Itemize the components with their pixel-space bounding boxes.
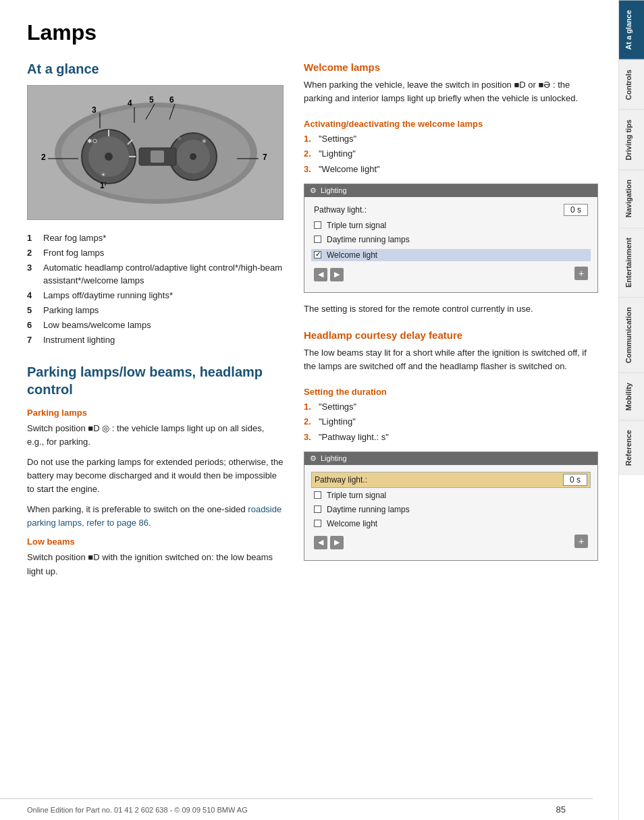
sidebar-tab-driving-tips[interactable]: Driving tips xyxy=(619,109,645,170)
page-number: 85 xyxy=(556,804,566,815)
nav-right-btn-1[interactable]: ▶ xyxy=(330,268,344,281)
sidebar-tab-navigation[interactable]: Navigation xyxy=(619,169,645,227)
daytime-checkbox-2[interactable] xyxy=(314,505,321,513)
parking-lamps-text1: Switch position ■D ◎ : the vehicle lamps… xyxy=(27,422,284,449)
pathway-value-1: 0 s xyxy=(564,204,588,216)
step-item: 3. "Pathway light.: s" xyxy=(304,431,598,443)
svg-text:7: 7 xyxy=(263,153,267,162)
sidebar-tab-reference[interactable]: Reference xyxy=(619,420,645,475)
welcome-lamps-text: When parking the vehicle, leave the swit… xyxy=(304,78,598,105)
welcome-light-checkbox-2[interactable] xyxy=(314,520,321,527)
svg-text:6: 6 xyxy=(169,95,174,105)
roadside-parking-link[interactable]: roadside parking lamps, refer to page 86 xyxy=(27,504,281,528)
parking-lamps-text2: Do not use the parking lamps for extende… xyxy=(27,456,284,496)
ui-titlebar-2: ⚙ Lighting xyxy=(304,452,597,465)
headlamp-heading: Headlamp courtesy delay feature xyxy=(304,329,598,341)
daytime-label-1: Daytime running lamps xyxy=(327,235,410,244)
footer-bar: Online Edition for Part no. 01 41 2 602 … xyxy=(0,798,593,820)
sidebar-tab-at-a-glance[interactable]: At a glance xyxy=(619,0,645,59)
sidebar-tab-entertainment[interactable]: Entertainment xyxy=(619,227,645,297)
triple-turn-row-2: Triple turn signal xyxy=(314,491,588,500)
ui-screen-2: ⚙ Lighting Pathway light.: 0 s xyxy=(304,452,598,561)
daytime-checkbox-1[interactable] xyxy=(314,236,321,243)
step-item: 1. "Settings" xyxy=(304,401,598,413)
svg-text:4: 4 xyxy=(128,99,132,108)
daytime-row-2: Daytime running lamps xyxy=(314,505,588,514)
low-beams-text: Switch position ■D with the ignition swi… xyxy=(27,551,284,578)
nav-row-1: ◀ ▶ + xyxy=(314,265,588,281)
page-title: Lamps xyxy=(27,20,598,45)
svg-text:☀: ☀ xyxy=(101,171,106,178)
welcome-light-checkbox-1[interactable]: ✓ xyxy=(314,251,321,258)
stored-text: The setting is stored for the remote con… xyxy=(304,302,598,316)
triple-turn-label-2: Triple turn signal xyxy=(327,491,386,500)
lighting-icon: ⚙ xyxy=(310,186,317,195)
nav-left-btn-1[interactable]: ◀ xyxy=(314,268,327,281)
list-item: 2 Front fog lamps xyxy=(27,247,284,259)
ui-screen-1: ⚙ Lighting Pathway light.: 0 s xyxy=(304,184,598,293)
nav-left-btn-2[interactable]: ◀ xyxy=(314,536,327,549)
triple-turn-label-1: Triple turn signal xyxy=(327,221,386,230)
list-item: 1 Rear fog lamps* xyxy=(27,232,284,244)
lamp-diagram: ✱O ☀ ☼ ❄ 1 2 3 4 5 6 7 xyxy=(27,85,284,220)
pathway-light-row-2: Pathway light.: 0 s xyxy=(311,472,591,488)
parking-lamps-heading: Parking lamps xyxy=(27,408,284,418)
welcome-light-label-2: Welcome light xyxy=(327,519,377,528)
footer-text: Online Edition for Part no. 01 41 2 602 … xyxy=(27,806,248,814)
parking-section-heading: Parking lamps/low beams, headlamp contro… xyxy=(27,363,284,398)
pathway-light-row-1: Pathway light.: 0 s xyxy=(314,204,588,216)
triple-turn-checkbox-2[interactable] xyxy=(314,491,321,499)
svg-text:✱O: ✱O xyxy=(87,138,97,144)
daytime-label-2: Daytime running lamps xyxy=(327,505,410,514)
svg-text:1: 1 xyxy=(100,181,105,190)
list-item: 7 Instrument lighting xyxy=(27,334,284,346)
step-item: 1. "Settings" xyxy=(304,133,598,145)
plus-btn-1[interactable]: + xyxy=(574,267,588,280)
setting-steps: 1. "Settings" 2. "Lighting" 3. "Pathway … xyxy=(304,401,598,443)
pathway-label-1: Pathway light.: xyxy=(314,205,367,215)
welcome-light-row-2: Welcome light xyxy=(314,519,588,528)
at-a-glance-heading: At a glance xyxy=(27,61,284,77)
low-beams-heading: Low beams xyxy=(27,537,284,547)
list-item: 4 Lamps off/daytime running lights* xyxy=(27,290,284,302)
list-item: 3 Automatic headlamp control/adaptive li… xyxy=(27,262,284,286)
sidebar: At a glance Controls Driving tips Naviga… xyxy=(618,0,644,820)
svg-point-11 xyxy=(190,153,196,160)
svg-text:2: 2 xyxy=(41,153,46,162)
sidebar-tab-controls[interactable]: Controls xyxy=(619,59,645,109)
triple-turn-row-1: Triple turn signal xyxy=(314,221,588,230)
svg-text:3: 3 xyxy=(92,105,97,115)
parts-list: 1 Rear fog lamps* 2 Front fog lamps 3 Au… xyxy=(27,232,284,347)
ui-title-label-1: Lighting xyxy=(321,186,347,194)
step-item: 2. "Lighting" xyxy=(304,148,598,160)
svg-rect-13 xyxy=(151,151,164,163)
svg-text:❄: ❄ xyxy=(202,138,207,144)
lighting-icon-2: ⚙ xyxy=(310,454,317,463)
step-item: 3. "Welcome light" xyxy=(304,163,598,175)
ui-title-label-2: Lighting xyxy=(321,454,347,462)
list-item: 6 Low beams/welcome lamps xyxy=(27,319,284,331)
welcome-light-label-1: Welcome light xyxy=(327,250,377,260)
plus-btn-2[interactable]: + xyxy=(574,535,588,548)
step-item: 2. "Lighting" xyxy=(304,416,598,428)
activating-steps: 1. "Settings" 2. "Lighting" 3. "Welcome … xyxy=(304,133,598,175)
pathway-label-2: Pathway light.: xyxy=(315,475,367,485)
daytime-row-1: Daytime running lamps xyxy=(314,235,588,244)
welcome-lamps-heading: Welcome lamps xyxy=(304,61,598,73)
parking-lamps-text3: When parking, it is preferable to switch… xyxy=(27,503,284,530)
svg-point-5 xyxy=(105,153,113,161)
ui-titlebar-1: ⚙ Lighting xyxy=(304,184,597,197)
headlamp-text: The low beams stay lit for a short while… xyxy=(304,346,598,373)
list-item: 5 Parking lamps xyxy=(27,304,284,317)
pathway-value-2: 0 s xyxy=(563,474,587,486)
welcome-light-row-1: ✓ Welcome light xyxy=(311,249,591,261)
svg-text:☼: ☼ xyxy=(176,134,182,141)
activating-heading: Activating/deactivating the welcome lamp… xyxy=(304,119,598,129)
nav-row-2: ◀ ▶ + xyxy=(314,533,588,549)
sidebar-tab-communication[interactable]: Communication xyxy=(619,297,645,373)
svg-text:5: 5 xyxy=(149,95,154,105)
nav-right-btn-2[interactable]: ▶ xyxy=(330,536,344,549)
sidebar-tab-mobility[interactable]: Mobility xyxy=(619,373,645,420)
triple-turn-checkbox-1[interactable] xyxy=(314,221,321,229)
setting-duration-heading: Setting the duration xyxy=(304,387,598,397)
